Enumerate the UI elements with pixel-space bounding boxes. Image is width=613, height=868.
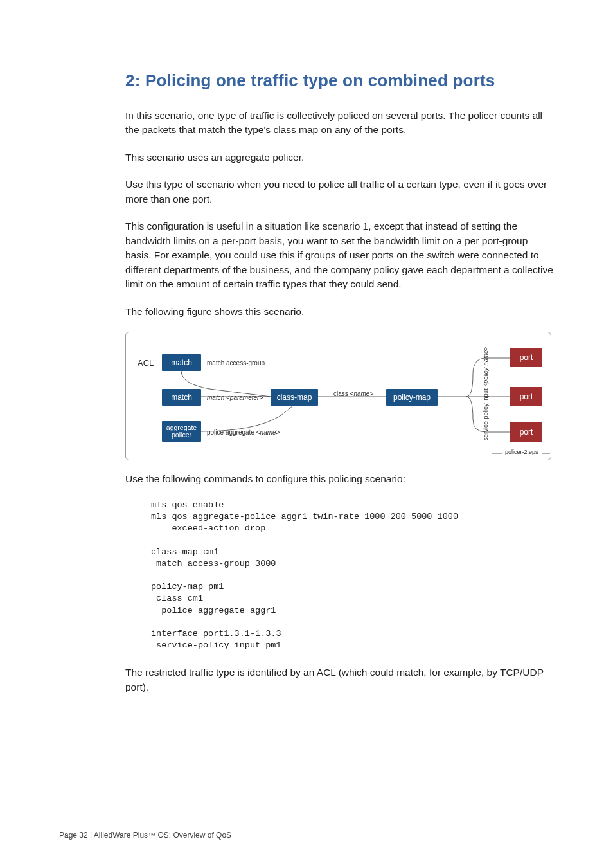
match-box-2: match bbox=[162, 389, 201, 406]
paragraph-6: Use the following commands to configure … bbox=[125, 472, 555, 486]
footer-rule bbox=[59, 824, 554, 824]
service-policy-label: service-policy input <policy-name> bbox=[482, 347, 489, 440]
eps-filename: policer-2.eps bbox=[505, 449, 538, 455]
port-box-3: port bbox=[510, 422, 542, 442]
match-access-group-label: match access-group bbox=[207, 359, 265, 366]
scenario-diagram: ACL match match access-group match match… bbox=[125, 332, 551, 460]
paragraph-2: This scenario uses an aggregate policer. bbox=[125, 150, 555, 165]
class-name-label: class <name> bbox=[333, 390, 373, 397]
acl-label: ACL bbox=[138, 358, 154, 368]
port-box-1: port bbox=[510, 348, 542, 367]
paragraph-3: Use this type of scenario when you need … bbox=[125, 177, 555, 206]
police-aggregate-label: police aggregate <name> bbox=[207, 429, 280, 436]
paragraph-7: The restricted traffic type is identifie… bbox=[125, 665, 555, 694]
config-code-block: mls qos enable mls qos aggregate-police … bbox=[151, 500, 555, 652]
paragraph-4: This configuration is useful in a situat… bbox=[125, 219, 555, 291]
section-heading: 2: Policing one traffic type on combined… bbox=[125, 71, 555, 91]
port-box-2: port bbox=[510, 387, 542, 406]
paragraph-1: In this scenario, one type of traffic is… bbox=[125, 109, 555, 138]
class-map-box: class-map bbox=[271, 389, 318, 406]
match-parameter-label: match <parameter> bbox=[207, 394, 263, 401]
policy-map-box: policy-map bbox=[386, 389, 438, 406]
match-box-1: match bbox=[162, 354, 201, 371]
page-footer: Page 32 | AlliedWare Plus™ OS: Overview … bbox=[59, 831, 231, 840]
paragraph-5: The following figure shows this scenario… bbox=[125, 305, 555, 319]
aggregate-policer-box: aggregate policer bbox=[162, 421, 201, 442]
